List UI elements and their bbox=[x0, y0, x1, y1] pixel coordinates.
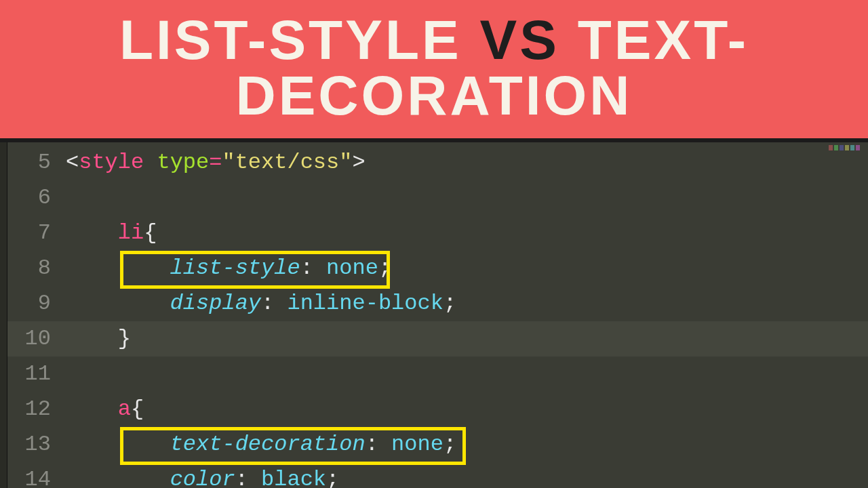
code-line: <style type="text/css"> bbox=[66, 145, 868, 180]
line-number: 10 bbox=[7, 321, 66, 357]
line-number: 11 bbox=[7, 357, 66, 392]
code-line bbox=[66, 357, 868, 392]
editor-left-edge bbox=[0, 142, 7, 488]
line-number: 7 bbox=[7, 216, 66, 251]
code-line: color: black; bbox=[66, 462, 868, 488]
code-line: li{ bbox=[66, 216, 868, 251]
line-number: 8 bbox=[7, 251, 66, 286]
banner-vs: VS bbox=[479, 9, 559, 70]
line-number: 6 bbox=[7, 180, 66, 216]
line-number: 9 bbox=[7, 286, 66, 321]
line-number-gutter: 56789101112131415 bbox=[7, 142, 66, 488]
line-number: 13 bbox=[7, 427, 66, 462]
line-number: 5 bbox=[7, 145, 66, 180]
banner-left: LIST-STYLE bbox=[119, 9, 462, 70]
minimap-icon bbox=[829, 145, 860, 150]
code-line: a{ bbox=[66, 392, 868, 427]
banner-text: LIST-STYLE VS TEXT-DECORATION bbox=[119, 9, 749, 126]
line-number: 12 bbox=[7, 392, 66, 427]
code-line: display: inline-block; bbox=[66, 286, 868, 321]
code-line: text-decoration: none; bbox=[66, 427, 868, 462]
code-editor: 56789101112131415 <style type="text/css"… bbox=[0, 138, 868, 488]
line-number: 14 bbox=[7, 462, 66, 488]
code-area[interactable]: <style type="text/css"> li{ list-style: … bbox=[66, 142, 868, 488]
title-banner: LIST-STYLE VS TEXT-DECORATION bbox=[0, 0, 868, 138]
code-line: list-style: none; bbox=[66, 251, 868, 286]
code-line: } bbox=[66, 321, 868, 357]
code-line bbox=[66, 180, 868, 216]
